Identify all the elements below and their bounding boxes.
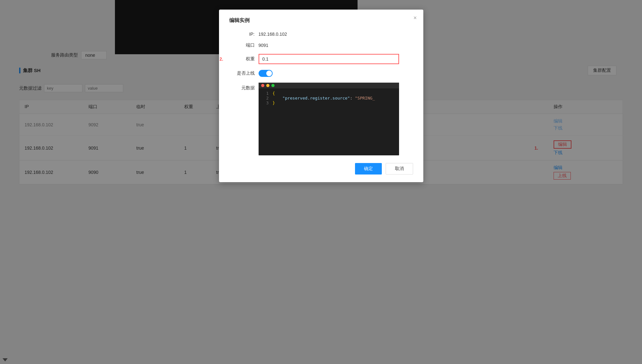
step2-label: 2. bbox=[220, 56, 223, 62]
dot-yellow bbox=[266, 84, 269, 87]
metadata-label: 元数据 bbox=[229, 83, 255, 91]
form-row-online: 是否上线 bbox=[229, 70, 413, 77]
ip-value: 192.168.0.102 bbox=[259, 32, 287, 37]
code-line-2: 2 "preserved.register.source": "SPRING_ bbox=[259, 96, 399, 100]
modal-close-button[interactable]: × bbox=[413, 15, 417, 21]
editor-topbar bbox=[259, 83, 399, 88]
modal-title: 编辑实例 bbox=[229, 17, 413, 24]
line-num-3: 3 bbox=[261, 100, 269, 105]
edit-instance-modal: 编辑实例 × IP: 192.168.0.102 端口 9091 2. 权重 是… bbox=[219, 10, 423, 182]
line-num-2: 2 bbox=[261, 96, 269, 100]
weight-input[interactable] bbox=[259, 54, 399, 64]
dot-red bbox=[261, 84, 264, 87]
code-text-1: { bbox=[273, 91, 275, 96]
code-line-1: 1 { bbox=[259, 91, 399, 96]
ip-label: IP: bbox=[229, 32, 255, 37]
open-brace: { bbox=[273, 91, 275, 96]
form-row-weight: 2. 权重 bbox=[229, 54, 413, 64]
port-value: 9091 bbox=[259, 43, 268, 48]
modal-footer: 确定 取消 bbox=[229, 163, 413, 175]
confirm-button[interactable]: 确定 bbox=[355, 163, 382, 175]
line-num-1: 1 bbox=[261, 91, 269, 96]
code-text-3: } bbox=[273, 100, 275, 105]
metadata-editor[interactable]: 1 { 2 "preserved.register.source": "SPRI… bbox=[259, 83, 399, 155]
weight-label: 权重 bbox=[229, 56, 255, 62]
code-key: "preserved.register.source" bbox=[283, 96, 350, 100]
code-value: "SPRING_ bbox=[355, 96, 375, 100]
form-row-metadata: 元数据 1 { 2 bbox=[229, 83, 413, 155]
dot-green bbox=[271, 84, 275, 87]
close-brace: } bbox=[273, 100, 275, 105]
modal-overlay: 编辑实例 × IP: 192.168.0.102 端口 9091 2. 权重 是… bbox=[0, 0, 642, 364]
code-text-2: "preserved.register.source": "SPRING_ bbox=[273, 96, 375, 100]
code-line-3: 3 } bbox=[259, 100, 399, 105]
form-row-port: 端口 9091 bbox=[229, 42, 413, 48]
port-label: 端口 bbox=[229, 42, 255, 48]
online-label: 是否上线 bbox=[229, 71, 255, 76]
form-row-ip: IP: 192.168.0.102 bbox=[229, 32, 413, 37]
cancel-button[interactable]: 取消 bbox=[386, 163, 413, 175]
online-toggle[interactable] bbox=[259, 70, 273, 77]
code-editor-body: 1 { 2 "preserved.register.source": "SPRI… bbox=[259, 88, 399, 155]
